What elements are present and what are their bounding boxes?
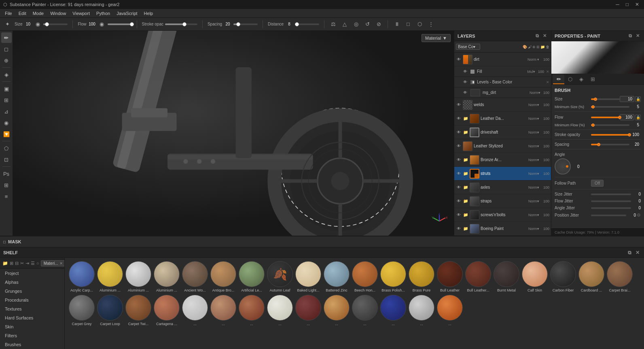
- stroke-opacity-prop-slider[interactable]: [591, 134, 629, 136]
- maximize-button[interactable]: □: [624, 2, 630, 7]
- blend-icon-delete[interactable]: 🗑: [546, 45, 549, 49]
- layer-axles[interactable]: 👁 📁 axles Norm▾ 100: [454, 181, 551, 194]
- size-prop-slider[interactable]: [591, 98, 620, 100]
- shelf-material-item-0[interactable]: Acrylic Carp...: [68, 260, 95, 293]
- fill-opacity[interactable]: 100: [538, 70, 544, 74]
- toolbar-wrap-icon[interactable]: ◎: [352, 20, 360, 28]
- position-jitter-gear-icon[interactable]: ⚙: [637, 213, 641, 218]
- viewport[interactable]: Material ▼ X Y Z: [13, 31, 454, 236]
- layer-screws[interactable]: 👁 📁 screws'n'bolts Norm▾ 100: [454, 208, 551, 222]
- layer-boeing[interactable]: 👁 📁 Boeing Paint Norm▾ 100: [454, 222, 551, 236]
- toolbar-pen-icon[interactable]: ⊘: [375, 20, 383, 28]
- menu-viewport[interactable]: Viewport: [69, 10, 93, 17]
- spacing-value[interactable]: 20: [224, 22, 232, 26]
- layer-opacity-axles[interactable]: 100: [540, 185, 549, 189]
- shelf-new-icon[interactable]: ⊞: [10, 259, 13, 267]
- flow-value[interactable]: 100: [88, 22, 96, 26]
- shelf-material-item-19[interactable]: Carpet Brai...: [606, 260, 633, 293]
- layer-eye-welds[interactable]: 👁: [456, 102, 462, 108]
- layer-eye-levels[interactable]: 👁: [462, 79, 468, 85]
- layer-opacity-boeing[interactable]: 100: [540, 227, 549, 231]
- size-value[interactable]: 10: [24, 22, 32, 26]
- layer-eye-struts[interactable]: 👁: [456, 171, 462, 177]
- flow-slider[interactable]: [108, 23, 132, 25]
- shelf-float-button[interactable]: ⧉: [627, 249, 633, 256]
- shelf-material-item-26[interactable]: ...: [238, 294, 265, 327]
- flow-prop-slider[interactable]: [591, 117, 620, 118]
- angle-wheel[interactable]: [555, 158, 571, 174]
- min-flow-prop-slider[interactable]: [591, 124, 629, 126]
- size-jitter-slider[interactable]: [591, 194, 631, 195]
- shelf-material-item-18[interactable]: Cardboard ...: [578, 260, 605, 293]
- shelf-material-item-8[interactable]: Baked Light...: [294, 260, 322, 293]
- layer-struts[interactable]: 👁 📁 struts Norm▾ 100: [454, 167, 551, 181]
- shelf-material-item-20[interactable]: Carpet Grey: [68, 294, 95, 327]
- transform-tool[interactable]: ⊡: [1, 154, 12, 165]
- tab-settings2[interactable]: ⊞: [587, 74, 598, 84]
- bake-tool[interactable]: ⊞: [1, 180, 12, 190]
- paint-brush-tool[interactable]: ✏: [1, 32, 12, 43]
- shelf-material-item-29[interactable]: ...: [323, 294, 350, 327]
- layer-leather-stylized[interactable]: 👁 Leather Stylized Norm▾ 100: [454, 139, 551, 153]
- flow-jitter-slider[interactable]: [591, 200, 631, 202]
- layer-welds[interactable]: 👁 welds Norm▾ 100: [454, 98, 551, 112]
- properties-float-button[interactable]: ⧉: [627, 33, 633, 39]
- layer-straps[interactable]: 👁 📁 straps Norm▾ 100: [454, 194, 551, 208]
- shelf-nav-filters[interactable]: Filters: [0, 331, 64, 340]
- shelf-material-item-33[interactable]: ...: [436, 294, 464, 327]
- fill-tool[interactable]: ▣: [1, 83, 12, 94]
- size-prop-input[interactable]: [620, 96, 634, 102]
- layer-eye-boeing[interactable]: 👁: [456, 226, 462, 232]
- shelf-material-item-10[interactable]: Beech Hon...: [351, 260, 379, 293]
- shelf-material-item-17[interactable]: Carbon Fiber: [549, 260, 577, 293]
- shelf-material-item-12[interactable]: Brass Pure: [408, 260, 435, 293]
- toolbar-square-icon[interactable]: □: [404, 20, 412, 28]
- flow-prop-input[interactable]: [620, 114, 634, 120]
- layer-levels[interactable]: 👁 Levels - Base Color ✕: [454, 77, 551, 87]
- clone-tool[interactable]: ⊞: [1, 95, 12, 105]
- menu-file[interactable]: File: [2, 10, 15, 17]
- shelf-material-item-2[interactable]: Aluminium ...: [125, 260, 152, 293]
- layer-eye-axles[interactable]: 👁: [456, 185, 462, 190]
- shelf-material-item-6[interactable]: Artificial Le...: [238, 260, 265, 293]
- layer-dirt[interactable]: 👁 dirt Norm▾ 100: [454, 53, 551, 66]
- menu-help[interactable]: Help: [141, 10, 157, 17]
- toolbar-brush-icon[interactable]: ✦: [3, 20, 11, 28]
- layer-fill[interactable]: 👁 Fill Mul▾ 100 ✕: [454, 66, 551, 77]
- toolbar-sym-icon[interactable]: ⚖: [329, 20, 337, 28]
- spacing-prop-slider[interactable]: [591, 144, 629, 145]
- minimize-button[interactable]: ─: [614, 2, 621, 7]
- shelf-circle-icon[interactable]: ○: [36, 259, 39, 267]
- menu-javascript[interactable]: JavaScript: [113, 10, 140, 17]
- shelf-material-item-28[interactable]: ...: [294, 294, 322, 327]
- shelf-material-item-21[interactable]: Carpet Loop: [96, 294, 124, 327]
- layer-opacity-struts[interactable]: 100: [540, 172, 549, 176]
- follow-path-toggle[interactable]: Off: [591, 180, 604, 187]
- shelf-export-icon[interactable]: ⊟: [15, 259, 19, 267]
- blend-icon-4[interactable]: ⊞: [536, 45, 540, 49]
- shelf-material-item-11[interactable]: Brass Polish...: [379, 260, 407, 293]
- blend-icon-3[interactable]: ⊕: [532, 45, 536, 49]
- shelf-material-item-23[interactable]: Cartagena ...: [153, 294, 180, 327]
- shelf-material-item-25[interactable]: ...: [210, 294, 237, 327]
- tab-material[interactable]: ⬡: [564, 74, 576, 84]
- mgdirt-opacity[interactable]: 100: [543, 91, 549, 95]
- shelf-material-item-24[interactable]: ...: [181, 294, 209, 327]
- shelf-material-item-4[interactable]: Ancient Wo...: [181, 260, 209, 293]
- size-slider[interactable]: [43, 23, 68, 25]
- shelf-nav-procedurals[interactable]: Procedurals: [0, 296, 64, 304]
- filter-tag-close[interactable]: ✕: [59, 261, 63, 266]
- stroke-opacity-slider[interactable]: [165, 23, 197, 25]
- toolbar-pause-icon[interactable]: ⏸: [393, 20, 401, 28]
- shelf-filter-tag[interactable]: Materi... ✕: [41, 260, 65, 266]
- flow-lock-icon[interactable]: 🔒: [635, 115, 641, 120]
- layer-eye-bronze[interactable]: 👁: [456, 157, 462, 163]
- shelf-filter-btn[interactable]: ☰: [31, 259, 35, 267]
- layer-eye-mgdirt[interactable]: 👁: [462, 90, 468, 96]
- spacing-slider[interactable]: [233, 23, 258, 25]
- fill-close[interactable]: ✕: [546, 70, 549, 74]
- blend-icon-1[interactable]: 🎨: [523, 45, 527, 49]
- shelf-cut-icon[interactable]: ✂: [20, 259, 24, 267]
- shelf-material-item-30[interactable]: ...: [351, 294, 379, 327]
- tab-geometry[interactable]: ◈: [576, 74, 587, 84]
